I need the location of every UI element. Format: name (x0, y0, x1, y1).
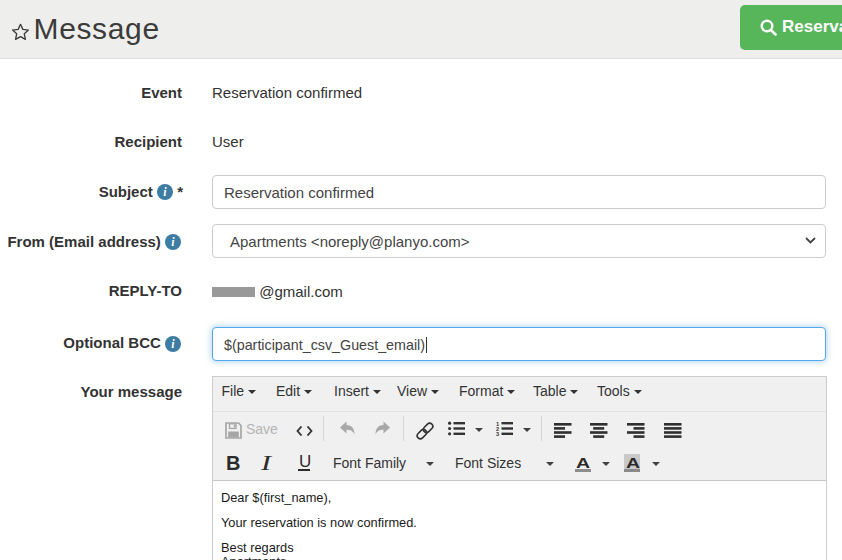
svg-text:3: 3 (496, 431, 499, 436)
